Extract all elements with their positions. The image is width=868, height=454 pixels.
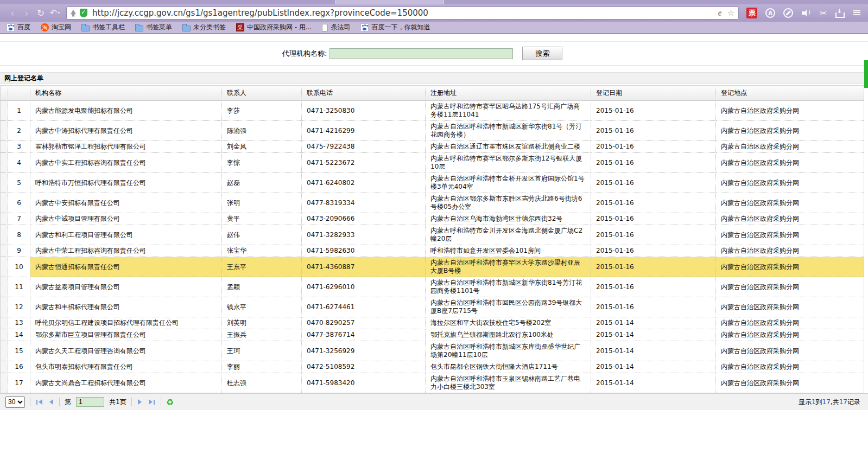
row-grip <box>1 101 8 121</box>
search-button[interactable]: 搜索 <box>522 47 562 60</box>
agency-name-link[interactable]: 内蒙古恒通招标有限责任公司 <box>30 257 222 277</box>
last-page-button[interactable] <box>148 398 156 406</box>
page-number-input[interactable] <box>76 397 104 407</box>
bookmark-item[interactable]: 淘淘宝网 <box>41 23 71 32</box>
scissors-icon[interactable] <box>819 8 827 18</box>
table-row[interactable]: 2内蒙古中涛招标代理有限责任公司陈渝强0471-4216299内蒙古自治区呼和浩… <box>1 121 864 141</box>
register-place: 内蒙古自治区政府采购分网 <box>716 101 864 121</box>
security-shield-icon[interactable] <box>80 9 87 17</box>
registered-address: 鄂托克旗乌兰镇都斯图路北农行东100米处 <box>426 329 591 341</box>
undo-history-button[interactable] <box>48 6 62 20</box>
row-grip <box>1 173 8 193</box>
agency-name-link[interactable]: 内蒙古和利工程项目管理有限公司 <box>30 225 222 245</box>
table-row[interactable]: 10内蒙古恒通招标有限责任公司王东平0471-4360887内蒙古自治区呼和浩特… <box>1 257 864 277</box>
table-row[interactable]: 17内蒙古文尚鼎合工程招标代理有限公司杜志强0471-5983420内蒙古自治区… <box>1 373 864 393</box>
table-row[interactable]: 8内蒙古和利工程项目管理有限公司赵伟0471-3282933内蒙古呼和浩特市金川… <box>1 225 864 245</box>
ccgp-icon: 采 <box>236 23 244 31</box>
summary-part: 记录 <box>847 398 860 406</box>
ticket-extension-icon[interactable]: 票 <box>746 8 757 18</box>
table-row[interactable]: 6内蒙古中安招标有限责任公司张明0477-8319334内蒙古自治区鄂尔多斯市东… <box>1 193 864 213</box>
separator <box>30 398 30 406</box>
agency-name-link[interactable]: 呼伦贝尔明信工程建设项目招标代理有限责任公司 <box>30 317 222 329</box>
forward-button[interactable] <box>20 6 34 20</box>
row-number: 3 <box>8 141 30 153</box>
agency-name-label: 代理机构名称: <box>282 49 327 59</box>
contact-phone: 0471-3250830 <box>302 101 426 121</box>
circled-a-icon[interactable] <box>765 8 775 18</box>
contact-person: 张宝华 <box>222 245 302 257</box>
register-date: 2015-01-14 <box>591 329 716 341</box>
agency-name-input[interactable] <box>330 48 513 59</box>
table-row[interactable]: 12内蒙古和丰招标代理有限公司钱永平0471-6274461内蒙古自治区呼和浩特… <box>1 297 864 317</box>
table-body: 1内蒙古能源发电聚能招标有限公司李莎0471-3250830内蒙古呼和浩特市赛罕… <box>1 101 864 393</box>
contact-phone: 0470-8290257 <box>302 317 426 329</box>
register-place: 内蒙古自治区政府采购分网 <box>716 245 864 257</box>
bookmark-label: 淘宝网 <box>52 23 71 32</box>
registered-address: 内蒙古自治区呼和浩特市赛罕区大学东路沙梁村亚辰大厦B号楼 <box>426 257 591 277</box>
download-icon[interactable] <box>835 9 844 18</box>
compass-icon[interactable] <box>783 8 793 18</box>
back-button[interactable] <box>5 6 20 20</box>
first-page-button[interactable] <box>35 398 43 406</box>
table-row[interactable]: 11内蒙古益泰项目管理有限公司孟颖0471-6296010内蒙古自治区呼和浩特市… <box>1 277 864 297</box>
agency-name-link[interactable]: 内蒙古益泰项目管理有限公司 <box>30 277 222 297</box>
bookmark-star-icon[interactable] <box>727 8 734 18</box>
scrollbar-thumb[interactable] <box>864 60 868 88</box>
records-summary: 显示1到17,共17记录 <box>799 398 860 407</box>
speaker-icon[interactable] <box>801 9 811 17</box>
contact-person: 赵伟 <box>222 225 302 245</box>
bookmark-item[interactable]: 书签工具栏 <box>81 23 125 32</box>
table-row[interactable]: 7内蒙古中诚项目管理有限公司黄平0473-2090666内蒙古自治区乌海市海勃湾… <box>1 213 864 225</box>
agency-name-link[interactable]: 包头市明泰招标代理有限责任公司 <box>30 361 222 373</box>
contact-person: 刘英明 <box>222 317 302 329</box>
table-row[interactable]: 3霍林郭勒市铭泽工程招标代理有限公司刘金凤0475-7922438内蒙古自治区通… <box>1 141 864 153</box>
bookmark-item[interactable]: 条法司 <box>322 23 350 32</box>
table-row[interactable]: 5呼和浩特市万恒招标代理有限责任公司赵磊0471-6240802内蒙古自治区呼和… <box>1 173 864 193</box>
refresh-table-icon[interactable] <box>166 397 174 407</box>
bookmark-item[interactable]: 采中国政府采购网 - 用... <box>236 23 312 32</box>
agency-name-link[interactable]: 内蒙古久天工程项目管理咨询有限公司 <box>30 341 222 361</box>
ie-compat-icon[interactable]: e <box>718 8 722 18</box>
agency-name-link[interactable]: 内蒙古中荣工程招标咨询有限责任公司 <box>30 245 222 257</box>
site-identity-icon[interactable] <box>71 10 76 17</box>
bookmark-item[interactable]: 书签菜单 <box>135 23 172 32</box>
registered-address: 内蒙古自治区通辽市霍市珠区友谊路桥北侧商业二楼 <box>426 141 591 153</box>
agency-name-link[interactable]: 内蒙古中涛招标代理有限责任公司 <box>30 121 222 141</box>
table-row[interactable]: 15内蒙古久天工程项目管理咨询有限公司王珂0471-3256929内蒙古自治区呼… <box>1 341 864 361</box>
menu-hamburger-icon[interactable] <box>852 9 861 18</box>
table-row[interactable]: 9内蒙古中荣工程招标咨询有限责任公司张宝华0471-5982630呼和浩特市如意… <box>1 245 864 257</box>
row-grip <box>1 297 8 317</box>
bookmark-item[interactable]: 未分类书签 <box>182 23 226 32</box>
agency-name-link[interactable]: 内蒙古能源发电聚能招标有限公司 <box>30 101 222 121</box>
table-row[interactable]: 1内蒙古能源发电聚能招标有限公司李莎0471-3250830内蒙古呼和浩特市赛罕… <box>1 101 864 121</box>
next-page-button[interactable] <box>137 398 143 406</box>
agency-name-link[interactable]: 呼和浩特市万恒招标代理有限责任公司 <box>30 173 222 193</box>
page-size-select[interactable]: 30 <box>5 397 25 408</box>
register-place: 内蒙古自治区政府采购分网 <box>716 173 864 193</box>
row-number: 14 <box>8 329 30 341</box>
active-tab[interactable] <box>335 0 444 4</box>
agency-name-link[interactable]: 内蒙古中实工程招标咨询有限责任公司 <box>30 153 222 173</box>
contact-phone: 0471-3256929 <box>302 341 426 361</box>
table-row[interactable]: 13呼伦贝尔明信工程建设项目招标代理有限责任公司刘英明0470-8290257海… <box>1 317 864 329</box>
url-bar[interactable]: http://jczy.ccgp.gov.cn/gs1/gs1agentreg/… <box>66 7 739 20</box>
registered-address: 内蒙古自治区呼和浩特市玉泉区锡林南路工艺厂巷电力小白楼三楼北303室 <box>426 373 591 393</box>
agency-name-link[interactable]: 内蒙古和丰招标代理有限公司 <box>30 297 222 317</box>
total-pages-label: 共1页 <box>109 398 126 407</box>
contact-phone: 0471-5223672 <box>302 153 426 173</box>
table-row[interactable]: 16包头市明泰招标代理有限责任公司李丽0472-5108592包头市昆都仑区钢铁… <box>1 361 864 373</box>
agency-name-link[interactable]: 鄂尔多斯市巨立项目管理有限责任公司 <box>30 329 222 341</box>
agency-name-link[interactable]: 内蒙古中安招标有限责任公司 <box>30 193 222 213</box>
bookmark-item[interactable]: 百度 <box>7 23 30 32</box>
prev-page-button[interactable] <box>48 398 54 406</box>
bookmark-item[interactable]: 百度一下，你就知道 <box>360 23 430 32</box>
agency-name-link[interactable]: 内蒙古文尚鼎合工程招标代理有限公司 <box>30 373 222 393</box>
reload-button[interactable] <box>34 6 48 20</box>
summary-part: 17 <box>839 398 847 406</box>
agency-name-link[interactable]: 内蒙古中诚项目管理有限公司 <box>30 213 222 225</box>
row-number: 15 <box>8 341 30 361</box>
table-row[interactable]: 4内蒙古中实工程招标咨询有限责任公司李悰0471-5223672内蒙古呼和浩特市… <box>1 153 864 173</box>
table-row[interactable]: 14鄂尔多斯市巨立项目管理有限责任公司王振兵0477-3876714鄂托克旗乌兰… <box>1 329 864 341</box>
agency-name-link[interactable]: 霍林郭勒市铭泽工程招标代理有限公司 <box>30 141 222 153</box>
search-panel: 代理机构名称: 搜索 <box>0 41 868 66</box>
